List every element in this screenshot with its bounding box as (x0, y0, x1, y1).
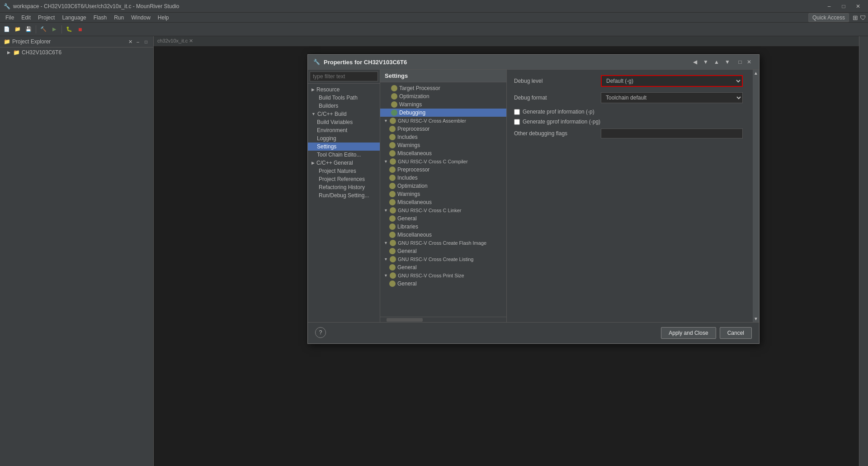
mid-tree-cc-warn[interactable]: Warnings (380, 190, 506, 198)
new-button[interactable]: 📄 (2, 24, 12, 34)
gear-icon-flash-gen (389, 248, 396, 254)
settings-form: Debug level Default (-g) None Minimal (-… (514, 75, 752, 144)
dlg-tree-cpp-general[interactable]: ▶ C/C++ General (308, 159, 380, 167)
gear-icon-compiler (390, 158, 396, 165)
asm-preproc-label: Preprocessor (397, 126, 429, 132)
dlg-tree-builders[interactable]: Builders (308, 102, 380, 110)
dlg-tree-project-refs[interactable]: Project References (308, 175, 380, 183)
dlg-back-button[interactable]: ◀ (690, 57, 699, 67)
mid-tree-cc-misc[interactable]: Miscellaneous (380, 198, 506, 206)
debug-format-select[interactable]: Toolchain default gdb stabs stabs+ dwarf… (601, 92, 743, 103)
cancel-button[interactable]: Cancel (720, 327, 752, 339)
dlg-maximize-button[interactable]: □ (736, 57, 745, 67)
debug-button[interactable]: 🐛 (64, 24, 74, 34)
other-flags-input[interactable] (601, 128, 743, 138)
mid-tree-listing-general[interactable]: General (380, 263, 506, 271)
dlg-tree-environment[interactable]: Environment (308, 126, 380, 134)
title-text: workspace - CH32V103C6T6/User/ch32v10x_i… (13, 3, 179, 10)
dlg-tree-resource[interactable]: ▶ Resource (308, 86, 380, 94)
mid-tree-listing[interactable]: ▼ GNU RISC-V Cross Create Listing (380, 255, 506, 263)
mid-tree-cc-includes[interactable]: Includes (380, 174, 506, 182)
dlg-tree-cpp-build[interactable]: ▼ C/C++ Build (308, 110, 380, 118)
mid-tree-debugging[interactable]: Debugging (380, 109, 506, 117)
scrollbar-thumb (387, 318, 423, 322)
dlg-tree-build-vars[interactable]: Build Variables (308, 118, 380, 126)
mid-tree-linker[interactable]: ▼ GNU RISC-V Cross C Linker (380, 206, 506, 214)
minimize-button[interactable]: – (823, 2, 835, 11)
dlg-tree-refactoring[interactable]: Refactoring History (308, 183, 380, 191)
middle-scrollbar[interactable] (380, 317, 506, 322)
save-button[interactable]: 💾 (24, 24, 33, 34)
gear-icon-listing (390, 256, 396, 262)
stop-button[interactable]: ⏹ (75, 24, 85, 34)
mid-tree-asm-misc[interactable]: Miscellaneous (380, 149, 506, 157)
dlg-up-button[interactable]: ▲ (712, 57, 721, 67)
mid-tree-target[interactable]: Target Processor (380, 84, 506, 92)
filter-input[interactable] (310, 71, 378, 81)
dlg-tree-project-natures[interactable]: Project Natures (308, 167, 380, 175)
tree-item-project[interactable]: ▶ 📁 CH32V103C6T6 (0, 48, 153, 57)
mid-tree-ps-general[interactable]: General (380, 280, 506, 288)
mid-tree-flash[interactable]: ▼ GNU RISC-V Cross Create Flash Image (380, 239, 506, 247)
project-explorer-header: 📁 Project Explorer ✕ – □ (0, 36, 153, 48)
menu-help[interactable]: Help (154, 14, 173, 22)
run-button[interactable]: ▶ (49, 24, 59, 34)
gen-prof-checkbox[interactable] (514, 109, 520, 115)
mid-tree-assembler[interactable]: ▼ GNU RISC-V Cross Assembler (380, 117, 506, 125)
open-button[interactable]: 📁 (13, 24, 23, 34)
debug-level-select[interactable]: Default (-g) None Minimal (-g1) More (-g… (601, 75, 743, 87)
menu-project[interactable]: Project (34, 14, 58, 22)
help-button[interactable]: ? (315, 327, 326, 338)
dlg-close-button[interactable]: ✕ (745, 57, 754, 67)
mid-tree-optimization[interactable]: Optimization (380, 92, 506, 100)
menu-edit[interactable]: Edit (18, 14, 34, 22)
settings-label: Settings (317, 143, 336, 150)
close-icon[interactable]: ✕ (128, 39, 132, 45)
menu-language[interactable]: Language (58, 14, 90, 22)
mid-tree-cc-preproc[interactable]: Preprocessor (380, 166, 506, 174)
dlg-tree-run-debug[interactable]: Run/Debug Setting... (308, 191, 380, 200)
mid-tree-printsize[interactable]: ▼ GNU RISC-V Cross Print Size (380, 271, 506, 280)
dialog-overlay: 🔧 Properties for CH32V103C6T6 ◀ ▼ ▲ ▼ □ … (154, 36, 859, 466)
mid-tree-ln-general[interactable]: General (380, 214, 506, 223)
dialog-left-tree: ▶ Resource Build Tools Path Builders (308, 70, 380, 322)
mid-tree-cc-opt[interactable]: Optimization (380, 182, 506, 190)
maximize-panel-button[interactable]: □ (142, 38, 150, 45)
maximize-button[interactable]: □ (837, 2, 850, 11)
build-button[interactable]: 🔨 (38, 24, 48, 34)
mid-tree-warnings[interactable]: Warnings (380, 100, 506, 109)
compiler-arrow: ▼ (384, 159, 388, 164)
mid-tree-flash-general[interactable]: General (380, 247, 506, 255)
menu-flash[interactable]: Flash (90, 14, 110, 22)
dlg-tree-toolchain[interactable]: Tool Chain Edito... (308, 151, 380, 159)
compiler-label: GNU RISC-V Cross C Compiler (398, 159, 468, 164)
mid-tree-asm-includes[interactable]: Includes (380, 133, 506, 141)
scroll-down-button[interactable]: ▼ (753, 315, 759, 322)
mid-tree-c-compiler[interactable]: ▼ GNU RISC-V Cross C Compiler (380, 157, 506, 166)
dlg-tree-logging[interactable]: Logging (308, 134, 380, 143)
menu-file[interactable]: File (2, 14, 18, 22)
other-flags-control (601, 128, 743, 138)
gen-gprof-checkbox[interactable] (514, 119, 520, 125)
quick-access-button[interactable]: Quick Access (808, 13, 849, 22)
gear-icon-asm-inc (389, 134, 396, 140)
dlg-forward-button[interactable]: ▼ (701, 57, 710, 67)
listing-arrow: ▼ (384, 257, 388, 262)
mid-tree-ln-libs[interactable]: Libraries (380, 223, 506, 231)
dlg-tree-build-tools[interactable]: Build Tools Path (308, 94, 380, 102)
toolbar-separator-2 (61, 25, 62, 33)
mid-tree-asm-warnings[interactable]: Warnings (380, 141, 506, 149)
mid-tree-asm-preproc[interactable]: Preprocessor (380, 125, 506, 133)
apply-close-button[interactable]: Apply and Close (661, 327, 716, 339)
minimize-panel-button[interactable]: – (134, 38, 142, 45)
menu-window[interactable]: Window (127, 14, 154, 22)
right-scrollbar[interactable]: ▲ ▼ (753, 70, 759, 322)
menu-run[interactable]: Run (110, 14, 127, 22)
gear-icon-warn (391, 101, 397, 108)
scroll-up-button[interactable]: ▲ (753, 70, 759, 76)
mid-tree-ln-misc[interactable]: Miscellaneous (380, 231, 506, 239)
dlg-tree-settings[interactable]: Settings (308, 143, 380, 151)
close-button[interactable]: ✕ (852, 2, 864, 11)
gear-icon-cc-inc (389, 175, 396, 181)
dlg-dropdown-button[interactable]: ▼ (723, 57, 732, 67)
